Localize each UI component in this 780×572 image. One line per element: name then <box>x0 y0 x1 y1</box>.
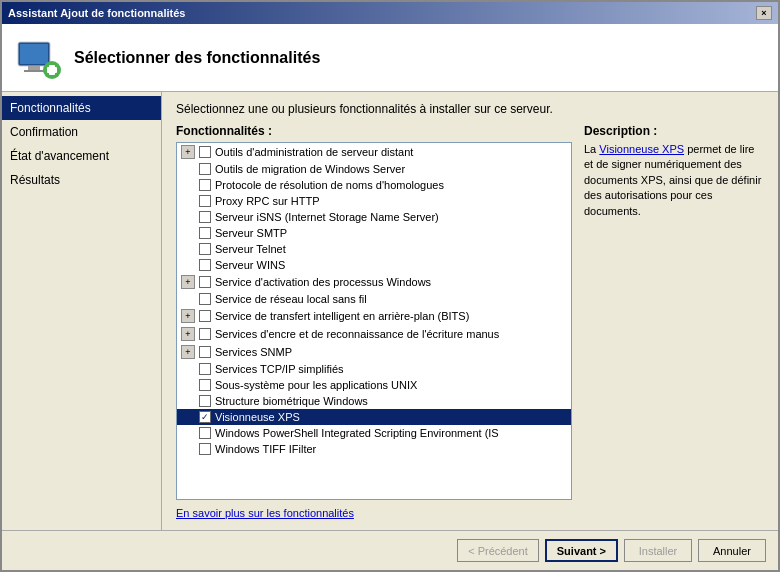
features-panel: Fonctionnalités : + Outils d'administrat… <box>176 124 572 520</box>
install-button[interactable]: Installer <box>624 539 692 562</box>
header-section: Sélectionner des fonctionnalités <box>2 24 778 92</box>
checkbox[interactable] <box>199 363 211 375</box>
description-text: La Visionneuse XPS permet de lire et de … <box>584 142 764 219</box>
list-item[interactable]: + Service de transfert intelligent en ar… <box>177 307 571 325</box>
feature-label: Windows TIFF IFilter <box>215 443 316 455</box>
svg-rect-2 <box>28 66 40 70</box>
list-item[interactable]: Proxy RPC sur HTTP <box>177 193 571 209</box>
feature-label: Structure biométrique Windows <box>215 395 368 407</box>
sidebar-item-etat[interactable]: État d'avancement <box>2 144 161 168</box>
checkbox[interactable] <box>199 310 211 322</box>
close-button[interactable]: × <box>756 6 772 20</box>
checkbox[interactable] <box>199 379 211 391</box>
checkbox[interactable] <box>199 443 211 455</box>
list-item-visionneuse-xps[interactable]: ✓ Visionneuse XPS <box>177 409 571 425</box>
checkbox[interactable] <box>199 276 211 288</box>
expand-icon[interactable]: + <box>181 309 195 323</box>
feature-label: Outils de migration de Windows Server <box>215 163 405 175</box>
list-item[interactable]: + Services d'encre et de reconnaissance … <box>177 325 571 343</box>
checkbox[interactable] <box>199 328 211 340</box>
svg-rect-1 <box>20 44 48 64</box>
content-intro: Sélectionnez une ou plusieurs fonctionna… <box>176 102 764 116</box>
checkbox[interactable] <box>199 427 211 439</box>
feature-label: Service de réseau local sans fil <box>215 293 367 305</box>
feature-label: Service d'activation des processus Windo… <box>215 276 431 288</box>
checkbox[interactable] <box>199 163 211 175</box>
feature-label: Serveur iSNS (Internet Storage Name Serv… <box>215 211 439 223</box>
list-item[interactable]: Serveur WINS <box>177 257 571 273</box>
sidebar-item-fonctionnalites[interactable]: Fonctionnalités <box>2 96 161 120</box>
window-title: Assistant Ajout de fonctionnalités <box>8 7 185 19</box>
list-item[interactable]: Serveur SMTP <box>177 225 571 241</box>
next-button[interactable]: Suivant > <box>545 539 618 562</box>
checkbox[interactable] <box>199 243 211 255</box>
prev-button[interactable]: < Précédent <box>457 539 539 562</box>
feature-label: Serveur WINS <box>215 259 285 271</box>
expand-icon[interactable]: + <box>181 327 195 341</box>
list-item[interactable]: Protocole de résolution de noms d'homolo… <box>177 177 571 193</box>
checkbox[interactable] <box>199 195 211 207</box>
features-link-area: En savoir plus sur les fonctionnalités <box>176 506 572 520</box>
feature-label: Services SNMP <box>215 346 292 358</box>
list-item[interactable]: Serveur Telnet <box>177 241 571 257</box>
list-item[interactable]: + Outils d'administration de serveur dis… <box>177 143 571 161</box>
feature-label: Serveur SMTP <box>215 227 287 239</box>
checkbox[interactable] <box>199 227 211 239</box>
list-item[interactable]: Structure biométrique Windows <box>177 393 571 409</box>
description-link[interactable]: Visionneuse XPS <box>599 143 684 155</box>
features-list: + Outils d'administration de serveur dis… <box>177 143 571 457</box>
feature-label: Services d'encre et de reconnaissance de… <box>215 328 499 340</box>
checkbox[interactable] <box>199 293 211 305</box>
feature-label: Protocole de résolution de noms d'homolo… <box>215 179 444 191</box>
cancel-button[interactable]: Annuler <box>698 539 766 562</box>
list-item[interactable]: Services TCP/IP simplifiés <box>177 361 571 377</box>
list-item[interactable]: Serveur iSNS (Internet Storage Name Serv… <box>177 209 571 225</box>
sidebar: Fonctionnalités Confirmation État d'avan… <box>2 92 162 530</box>
svg-rect-6 <box>47 67 57 73</box>
footer: < Précédent Suivant > Installer Annuler <box>2 530 778 570</box>
feature-label: Service de transfert intelligent en arri… <box>215 310 469 322</box>
checkbox[interactable] <box>199 211 211 223</box>
checkbox[interactable] <box>199 395 211 407</box>
checkbox[interactable] <box>199 346 211 358</box>
svg-rect-3 <box>24 70 44 72</box>
list-item[interactable]: Service de réseau local sans fil <box>177 291 571 307</box>
list-item[interactable]: + Services SNMP <box>177 343 571 361</box>
description-panel: Description : La Visionneuse XPS permet … <box>584 124 764 520</box>
checkbox[interactable] <box>199 259 211 271</box>
main-window: Assistant Ajout de fonctionnalités × Sél… <box>0 0 780 572</box>
list-item[interactable]: Outils de migration de Windows Server <box>177 161 571 177</box>
sidebar-item-confirmation[interactable]: Confirmation <box>2 120 161 144</box>
list-item[interactable]: + Service d'activation des processus Win… <box>177 273 571 291</box>
features-list-container[interactable]: + Outils d'administration de serveur dis… <box>176 142 572 500</box>
content-area: Sélectionnez une ou plusieurs fonctionna… <box>162 92 778 530</box>
list-item[interactable]: Windows TIFF IFilter <box>177 441 571 457</box>
feature-label: Sous-système pour les applications UNIX <box>215 379 417 391</box>
feature-label: Visionneuse XPS <box>215 411 300 423</box>
checkbox[interactable] <box>199 179 211 191</box>
expand-icon[interactable]: + <box>181 145 195 159</box>
main-content: Fonctionnalités Confirmation État d'avan… <box>2 92 778 530</box>
feature-label: Outils d'administration de serveur dista… <box>215 146 413 158</box>
feature-label: Services TCP/IP simplifiés <box>215 363 344 375</box>
feature-label: Windows PowerShell Integrated Scripting … <box>215 427 499 439</box>
content-body: Fonctionnalités : + Outils d'administrat… <box>176 124 764 520</box>
features-link[interactable]: En savoir plus sur les fonctionnalités <box>176 507 354 519</box>
wizard-icon <box>14 34 62 82</box>
feature-label: Serveur Telnet <box>215 243 286 255</box>
list-item[interactable]: Windows PowerShell Integrated Scripting … <box>177 425 571 441</box>
checkbox-checked[interactable]: ✓ <box>199 411 211 423</box>
header-title: Sélectionner des fonctionnalités <box>74 49 320 67</box>
expand-icon[interactable]: + <box>181 275 195 289</box>
feature-label: Proxy RPC sur HTTP <box>215 195 320 207</box>
title-bar-buttons: × <box>756 6 772 20</box>
description-label: Description : <box>584 124 764 138</box>
title-bar: Assistant Ajout de fonctionnalités × <box>2 2 778 24</box>
features-label: Fonctionnalités : <box>176 124 572 138</box>
sidebar-item-resultats[interactable]: Résultats <box>2 168 161 192</box>
list-item[interactable]: Sous-système pour les applications UNIX <box>177 377 571 393</box>
checkbox[interactable] <box>199 146 211 158</box>
expand-icon[interactable]: + <box>181 345 195 359</box>
